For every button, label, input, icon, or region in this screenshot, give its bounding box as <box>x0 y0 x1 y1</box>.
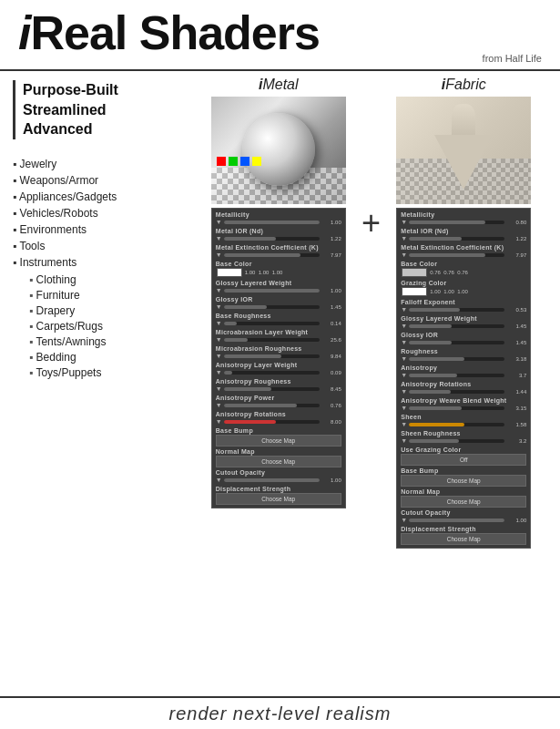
imetal-panel: Metallicity ▼ 1.00 Metal IOR (Nd) ▼ 1.22 <box>211 208 346 508</box>
color-swatch[interactable] <box>402 287 427 296</box>
slider-track[interactable] <box>409 439 504 443</box>
dropdown-arrow-icon: ▼ <box>401 355 407 362</box>
slider-track[interactable] <box>224 371 320 375</box>
off-button[interactable]: Off <box>401 454 526 466</box>
slider-track[interactable] <box>224 478 320 482</box>
dropdown-arrow-icon: ▼ <box>401 372 407 378</box>
panel-label: Falloff Exponent <box>399 298 528 305</box>
dropdown-arrow-icon: ▼ <box>401 306 407 313</box>
list-item: Drapery <box>29 303 169 319</box>
slider-track[interactable] <box>224 237 320 241</box>
slider-value: 1.00 <box>321 288 341 293</box>
shader-content: + iMetal <box>182 71 560 727</box>
panel-row: Normal Map Choose Map <box>214 447 343 467</box>
slider-track[interactable] <box>224 253 320 257</box>
panel-row: Anisotropy Roughness ▼ 8.45 <box>214 377 343 393</box>
panel-color-row: 0.76 0.76 0.76 <box>399 267 528 278</box>
panel-row: Falloff Exponent ▼ 0.53 <box>399 298 528 313</box>
slider-track[interactable] <box>409 221 504 224</box>
panel-row: Glossy IOR ▼ 1.45 <box>399 331 528 346</box>
list-item: Appliances/Gadgets <box>13 189 169 205</box>
dropdown-arrow-icon: ▼ <box>216 336 222 343</box>
color-spot-red <box>217 157 226 166</box>
slider-value: 7.97 <box>506 252 526 258</box>
color-swatch[interactable] <box>402 268 427 277</box>
slider-value: 8.45 <box>321 386 341 392</box>
panel-label: Glossy IOR <box>214 295 343 303</box>
slider-track[interactable] <box>224 322 320 325</box>
slider-track[interactable] <box>224 387 320 391</box>
panel-row: Metal Extinction Coefficient (K) ▼ 7.97 <box>399 243 528 259</box>
panel-row: Base Color 0.76 0.76 0.76 <box>399 260 528 278</box>
panel-label: Metal IOR (Nd) <box>399 227 528 234</box>
slider-value: 0.09 <box>321 370 341 375</box>
dropdown-arrow-icon: ▼ <box>216 369 222 375</box>
slider-track[interactable] <box>224 289 320 293</box>
imetal-column: iMetal Metallicity <box>186 77 372 508</box>
panel-label: Anisotropy Rotations <box>214 410 343 417</box>
slider-track[interactable] <box>409 308 504 312</box>
panel-slider-row: ▼ 1.45 <box>399 322 528 330</box>
panel-row: Displacement Strength Choose Map <box>399 525 528 545</box>
sidebar: Purpose-Built Streamlined Advanced Jewel… <box>0 71 182 727</box>
slider-track[interactable] <box>409 341 504 344</box>
slider-value: 3.15 <box>506 406 526 411</box>
slider-track[interactable] <box>409 237 504 241</box>
choose-map-button[interactable]: Choose Map <box>216 435 341 447</box>
slider-track[interactable] <box>409 357 504 361</box>
dropdown-arrow-icon: ▼ <box>216 219 222 225</box>
slider-track[interactable] <box>409 374 504 377</box>
choose-map-button[interactable]: Choose Map <box>216 493 341 505</box>
panel-label: Anisotropy Rotations <box>399 380 528 387</box>
ifabric-title: iFabric <box>442 77 486 93</box>
panel-row: Sheen Roughness ▼ 3.2 <box>399 429 528 445</box>
panel-label: Glossy IOR <box>399 331 528 338</box>
tagline-line-3: Advanced <box>23 119 169 139</box>
list-item: Bedding <box>29 350 169 365</box>
choose-map-button[interactable]: Choose Map <box>401 496 526 508</box>
dropdown-arrow-icon: ▼ <box>401 437 407 444</box>
slider-track[interactable] <box>409 390 504 394</box>
slider-track[interactable] <box>409 324 504 328</box>
slider-track[interactable] <box>224 338 320 342</box>
color-swatch[interactable] <box>217 268 242 277</box>
choose-map-button[interactable]: Choose Map <box>216 456 341 467</box>
slider-track[interactable] <box>409 253 504 257</box>
panel-slider-row: ▼ 1.58 <box>399 420 528 428</box>
ifabric-panel: Metallicity ▼ 0.80 Metal IOR (Nd) ▼ 1.22 <box>396 208 531 549</box>
panel-slider-row: ▼ 1.00 <box>214 218 343 226</box>
slider-track[interactable] <box>224 305 320 309</box>
slider-value: 1.00 <box>506 518 526 523</box>
panel-label: Microabrasion Layer Weight <box>214 328 343 335</box>
dropdown-arrow-icon: ▼ <box>401 339 407 345</box>
slider-track[interactable] <box>224 354 320 358</box>
panel-slider-row: ▼ 1.45 <box>399 338 528 346</box>
slider-track[interactable] <box>224 404 320 407</box>
panel-slider-row: ▼ 0.09 <box>214 368 343 376</box>
slider-track[interactable] <box>224 221 320 224</box>
panel-slider-row: ▼ 0.53 <box>399 305 528 313</box>
list-item: Tents/Awnings <box>29 334 169 350</box>
list-item: Vehicles/Robots <box>13 205 169 221</box>
slider-value: 1.00 <box>321 477 341 483</box>
list-item: Instruments <box>13 254 169 271</box>
panel-slider-row: ▼ 1.44 <box>399 387 528 395</box>
slider-value: 1.45 <box>506 323 526 329</box>
panel-label: Anisotropy <box>399 364 528 371</box>
panel-slider-row: ▼ 0.14 <box>214 319 343 327</box>
panel-label: Base Color <box>399 260 528 267</box>
panel-row: Anisotropy Weave Blend Weight ▼ 3.15 <box>399 396 528 412</box>
choose-map-button[interactable]: Choose Map <box>401 475 526 487</box>
color-spot-blue <box>240 157 249 166</box>
slider-track[interactable] <box>409 406 504 410</box>
slider-value: 7.97 <box>321 252 341 258</box>
slider-track[interactable] <box>409 519 504 522</box>
slider-track[interactable] <box>224 420 320 424</box>
panel-label: Microabrasion Roughness <box>214 344 343 352</box>
choose-map-button[interactable]: Choose Map <box>401 533 526 545</box>
panel-slider-row: ▼ 1.00 <box>214 476 343 484</box>
slider-track[interactable] <box>409 423 504 426</box>
panel-row: Grazing Color 1.00 1.00 1.00 <box>399 279 528 297</box>
panel-row: Anisotropy Rotations ▼ 1.44 <box>399 380 528 395</box>
color-value: 1.00 1.00 1.00 <box>430 289 468 294</box>
